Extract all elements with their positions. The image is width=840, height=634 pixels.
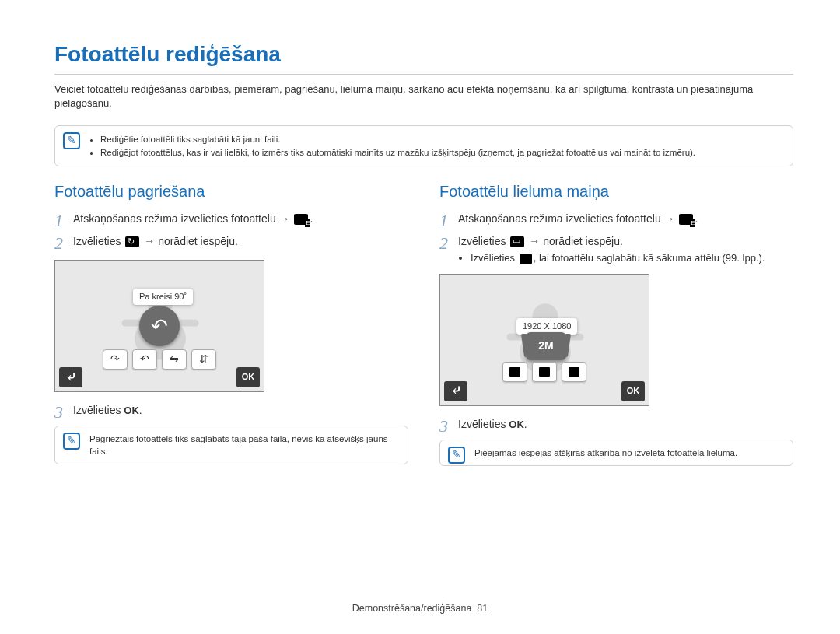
intro-text: Veiciet fotoattēlu rediģēšanas darbības,… xyxy=(54,82,793,110)
rotate-right-button[interactable]: ↷ xyxy=(103,349,128,370)
back-button[interactable]: ⤶ xyxy=(59,367,82,387)
top-note-2: Rediģējot fotoattēlus, kas ir vai lielāk… xyxy=(100,146,783,159)
note-icon: ✎ xyxy=(63,433,80,450)
size-option-2-button[interactable] xyxy=(532,362,557,382)
step-number: 2 xyxy=(439,234,458,252)
step-number: 3 xyxy=(439,417,458,435)
rotate-screenshot: Pa kreisi 90˚ ↶ ↷ ↶ ⇋ ⇵ ⤶ OK xyxy=(54,260,264,392)
size-option-1-button[interactable] xyxy=(502,362,527,382)
edit-icon xyxy=(294,214,308,225)
resize-sub-bullet: Izvēlieties , lai fotoattēlu saglabātu k… xyxy=(471,251,793,265)
step3-resize: Izvēlieties OK. xyxy=(458,417,793,433)
step2-resize: Izvēlieties → norādiet iespēju. Izvēliet… xyxy=(458,234,793,266)
resize-screenshot: 1920 X 1080 2M ⤶ OK xyxy=(439,274,649,406)
note-icon: ✎ xyxy=(448,447,465,464)
rotate-main-button[interactable]: ↶ xyxy=(139,306,180,346)
start-image-icon xyxy=(520,254,532,264)
note-icon: ✎ xyxy=(63,132,80,149)
svg-rect-3 xyxy=(177,320,199,327)
rotate-icon xyxy=(125,236,139,247)
step2-rotate: Izvēlieties → norādiet iespēju. xyxy=(73,234,408,250)
resize-icon xyxy=(510,236,524,247)
col-rotate: Fotoattēlu pagriešana 1 Atskaņošanas rež… xyxy=(54,180,408,480)
flip-vertical-button[interactable]: ⇵ xyxy=(191,349,216,370)
step1-rotate: Atskaņošanas režīmā izvēlieties fotoattē… xyxy=(73,212,408,227)
heading-resize: Fotoattēlu lieluma maiņa xyxy=(439,180,793,202)
top-note-box: ✎ Rediģētie fotoattēli tiks saglabāti kā… xyxy=(54,125,793,166)
step-number: 2 xyxy=(54,234,73,252)
resize-main-button[interactable]: 2M xyxy=(526,332,566,360)
rotate-tooltip: Pa kreisi 90˚ xyxy=(133,289,193,305)
flip-horizontal-button[interactable]: ⇋ xyxy=(162,349,187,370)
rotate-note-box: ✎ Pagrieztais fotoattēls tiks saglabāts … xyxy=(54,426,408,464)
step-number: 1 xyxy=(54,212,73,229)
edit-icon xyxy=(679,214,693,225)
step-number: 1 xyxy=(439,212,458,229)
top-note-1: Rediģētie fotoattēli tiks saglabāti kā j… xyxy=(100,133,783,145)
ok-button[interactable]: OK xyxy=(236,367,260,387)
size-startimage-button[interactable] xyxy=(562,362,586,382)
heading-rotate: Fotoattēlu pagriešana xyxy=(54,180,408,202)
page-title: Fotoattēlu rediģēšana xyxy=(54,39,793,75)
rotate-left-button[interactable]: ↶ xyxy=(132,349,157,370)
back-button[interactable]: ⤶ xyxy=(444,381,467,401)
resize-note-box: ✎ Pieejamās iespējas atšķiras atkarībā n… xyxy=(439,440,793,466)
col-resize: Fotoattēlu lieluma maiņa 1 Atskaņošanas … xyxy=(439,180,793,480)
step-number: 3 xyxy=(54,403,73,421)
page-footer: Demonstrēšana/rediģēšana 81 xyxy=(0,602,840,616)
step3-rotate: Izvēlieties OK. xyxy=(73,403,408,419)
step1-resize: Atskaņošanas režīmā izvēlieties fotoattē… xyxy=(458,212,793,227)
ok-button[interactable]: OK xyxy=(621,381,645,401)
